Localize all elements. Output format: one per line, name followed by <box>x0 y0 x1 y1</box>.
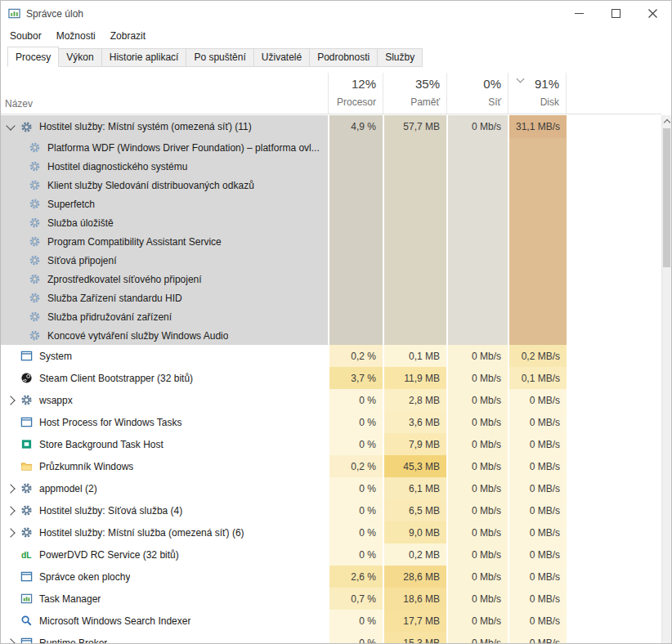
task-manager-window: Správce úloh SouborMožnostiZobrazit Proc… <box>0 0 672 644</box>
disk-cell <box>508 195 567 213</box>
process-row-task-manager[interactable]: Task Manager0,7 %18,6 MB0 Mb/s0 MB/s <box>1 588 661 610</box>
cpu-cell <box>328 195 383 213</box>
service-gear-icon <box>29 254 41 266</box>
column-header-procesor[interactable]: 12%Procesor <box>328 73 383 114</box>
memory-cell: 15,3 MB <box>383 632 446 643</box>
network-cell: 0 Mb/s <box>446 566 508 588</box>
process-name: Hostitel služby: Místní služba (omezená … <box>39 527 244 539</box>
process-row-platforma-wdf-windows-driver-foundation-platform[interactable]: Platforma WDF (Windows Driver Foundation… <box>1 138 661 157</box>
scrollbar-thumb[interactable] <box>663 128 670 267</box>
network-cell: 0 Mb/s <box>446 632 508 643</box>
column-header-disk[interactable]: 91%Disk <box>508 73 567 114</box>
disk-cell <box>508 251 567 270</box>
disk-cell: 31,1 MB/s <box>508 115 567 138</box>
network-cell <box>446 176 508 195</box>
disk-cell: 0 MB/s <box>508 588 567 610</box>
cpu-cell: 0 % <box>328 499 383 521</box>
process-name-cell: Hostitel služby: Místní služba (omezená … <box>1 521 328 543</box>
store-icon <box>20 438 33 450</box>
process-row-klient-sluzby-sledovani-distribuovanych-odkazu[interactable]: Klient služby Sledování distribuovaných … <box>1 176 661 195</box>
process-name-cell: Správce oken plochy <box>1 566 328 588</box>
process-row-powerdvd-rc-service-32-bitu[interactable]: dLPowerDVD RC Service (32 bitů)0 %0,2 MB… <box>1 543 661 566</box>
chevron-right-icon[interactable] <box>1 397 20 404</box>
network-cell <box>446 270 508 288</box>
chevron-right-icon[interactable] <box>1 530 20 536</box>
menu-item-soubor[interactable]: Soubor <box>2 27 49 45</box>
process-name-cell: Steam Client Bootstrapper (32 bitů) <box>1 367 328 389</box>
process-name-cell: Store Background Task Host <box>1 433 328 455</box>
tab-historie-aplikaci[interactable]: Historie aplikací <box>101 48 187 67</box>
process-row-runtime-broker[interactable]: Runtime Broker0 %15,3 MB0 Mb/s0 MB/s <box>1 632 661 643</box>
column-header-sit[interactable]: 0%Síť <box>446 73 508 114</box>
process-row-hostitel-sluzby-sitova-sluzba-4[interactable]: Hostitel služby: Síťová služba (4)0 %6,5… <box>1 499 661 521</box>
process-row-sluzba-pridruzovani-zarizeni[interactable]: Služba přidružování zařízení <box>1 307 661 326</box>
process-row-superfetch[interactable]: Superfetch <box>1 195 661 213</box>
menu-item-zobrazit[interactable]: Zobrazit <box>103 27 153 45</box>
search-icon <box>20 615 33 627</box>
process-row-koncove-vytvareni-sluzby-windows-audio[interactable]: Koncové vytváření služby Windows Audio <box>1 326 661 345</box>
close-button[interactable] <box>634 1 671 26</box>
process-row-appmodel-2[interactable]: appmodel (2)0 %6,1 MB0 Mb/s0 MB/s <box>1 477 661 499</box>
tab-po-spusteni[interactable]: Po spuštění <box>186 48 253 67</box>
process-row-hostitel-sluzby-mistni-system-omezena-sit-11[interactable]: Hostitel služby: Místní systém (omezená … <box>1 115 661 138</box>
process-row-microsoft-windows-search-indexer[interactable]: Microsoft Windows Search Indexer0 %17,7 … <box>1 610 661 632</box>
process-row-sitova-pripojeni[interactable]: Síťová připojení <box>1 251 661 270</box>
process-name: Služba Zařízení standardu HID <box>47 293 182 304</box>
memory-cell: 57,7 MB <box>383 115 446 138</box>
process-row-hostitel-diagnostickeho-systemu[interactable]: Hostitel diagnostického systému <box>1 157 661 176</box>
memory-cell: 17,7 MB <box>383 610 446 632</box>
maximize-icon <box>612 9 620 18</box>
process-name: Program Compatibility Assistant Service <box>47 236 222 248</box>
network-cell: 0 Mb/s <box>446 345 508 367</box>
chevron-down-icon[interactable] <box>1 125 20 129</box>
process-row-wsappx[interactable]: wsappx0 %2,8 MB0 Mb/s0 MB/s <box>1 389 661 411</box>
process-name: Hostitel služby: Síťová služba (4) <box>39 505 182 517</box>
process-name: Host Process for Windows Tasks <box>39 417 182 428</box>
process-row-pruzkumnik-windows[interactable]: Průzkumník Windows0,2 %45,3 MB0 Mb/s0 MB… <box>1 455 661 477</box>
tab-uzivatele[interactable]: Uživatelé <box>253 48 310 67</box>
chevron-right-icon[interactable] <box>1 640 20 644</box>
process-name-cell: Hostitel služby: Místní systém (omezená … <box>1 115 328 138</box>
network-cell <box>446 213 508 232</box>
service-gear-icon <box>29 311 41 323</box>
process-name: Superfetch <box>47 199 95 210</box>
menu-item-moznosti[interactable]: Možnosti <box>49 27 103 45</box>
process-row-system[interactable]: System0,2 %0,1 MB0 Mb/s0,2 MB/s <box>1 345 661 367</box>
process-name: Hostitel služby: Místní systém (omezená … <box>39 121 252 132</box>
memory-cell: 0,1 MB <box>383 345 446 367</box>
tab-podrobnosti[interactable]: Podrobnosti <box>309 48 378 67</box>
vertical-scrollbar[interactable] <box>661 115 671 643</box>
minimize-button[interactable] <box>561 1 598 26</box>
services-gear-icon <box>20 504 33 517</box>
process-name-cell: Síťová připojení <box>1 251 328 270</box>
process-row-sluzba-uloziste[interactable]: Služba úložiště <box>1 213 661 232</box>
disk-cell: 0 MB/s <box>508 610 567 632</box>
maximize-button[interactable] <box>598 1 634 26</box>
tab-vykon[interactable]: Výkon <box>58 48 101 67</box>
process-name: Klient služby Sledování distribuovaných … <box>47 180 254 191</box>
column-header-name[interactable]: Název <box>5 98 33 110</box>
process-row-sluzba-zarizeni-standardu-hid[interactable]: Služba Zařízení standardu HID <box>1 288 661 307</box>
steam-icon <box>20 372 33 384</box>
tab-strip: ProcesyVýkonHistorie aplikacíPo spuštění… <box>1 46 671 67</box>
process-row-host-process-for-windows-tasks[interactable]: Host Process for Windows Tasks0 %3,6 MB0… <box>1 411 661 433</box>
window-controls <box>561 1 671 26</box>
memory-cell <box>383 307 446 326</box>
process-row-zprostredkovatel-sitoveho-pripojeni[interactable]: Zprostředkovatel síťového připojení <box>1 270 661 288</box>
network-cell: 0 Mb/s <box>446 477 508 499</box>
process-name: Task Manager <box>39 593 101 605</box>
tab-sluzby[interactable]: Služby <box>377 48 423 67</box>
chevron-right-icon[interactable] <box>1 485 20 492</box>
process-name-cell: dLPowerDVD RC Service (32 bitů) <box>1 543 328 566</box>
column-header-pamet[interactable]: 35%Paměť <box>383 73 446 114</box>
process-row-steam-client-bootstrapper-32-bitu[interactable]: Steam Client Bootstrapper (32 bitů)3,7 %… <box>1 367 661 389</box>
tab-procesy[interactable]: Procesy <box>7 47 59 67</box>
process-row-store-background-task-host[interactable]: Store Background Task Host0 %7,9 MB0 Mb/… <box>1 433 661 455</box>
cpu-cell <box>328 176 383 195</box>
cpu-cell: 0,7 % <box>328 588 383 610</box>
process-row-spravce-oken-plochy[interactable]: Správce oken plochy2,6 %28,6 MB0 Mb/s0 M… <box>1 566 661 588</box>
scrollbar-up-arrow-icon[interactable] <box>662 115 671 127</box>
process-row-program-compatibility-assistant-service[interactable]: Program Compatibility Assistant Service <box>1 232 661 251</box>
chevron-right-icon[interactable] <box>1 508 20 514</box>
process-row-hostitel-sluzby-mistni-sluzba-omezena-sit-6[interactable]: Hostitel služby: Místní služba (omezená … <box>1 521 661 543</box>
